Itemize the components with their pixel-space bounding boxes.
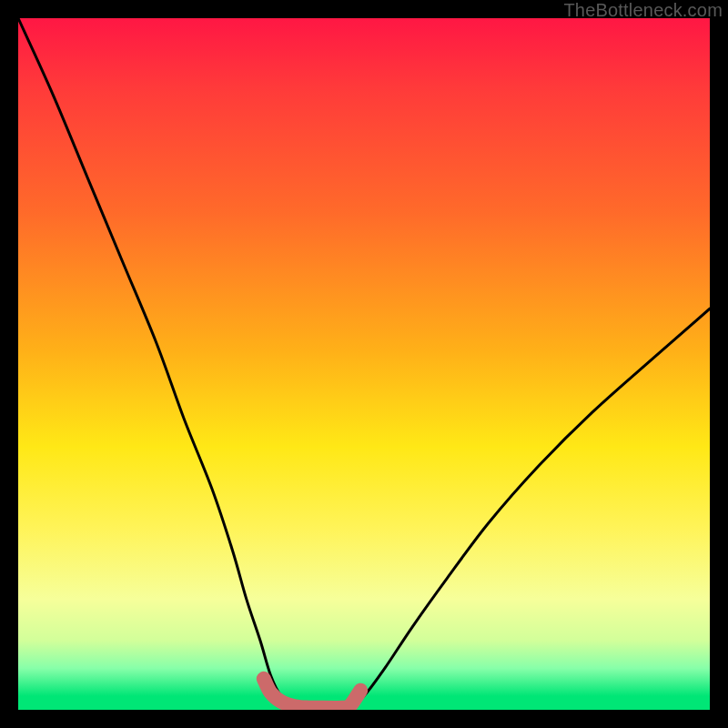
chart-plot-area [18, 18, 710, 710]
bottleneck-curve [18, 18, 710, 708]
optimal-range-highlight [264, 679, 360, 708]
chart-svg [18, 18, 710, 710]
watermark-text: TheBottleneck.com [563, 0, 723, 21]
chart-frame: TheBottleneck.com [0, 0, 728, 728]
